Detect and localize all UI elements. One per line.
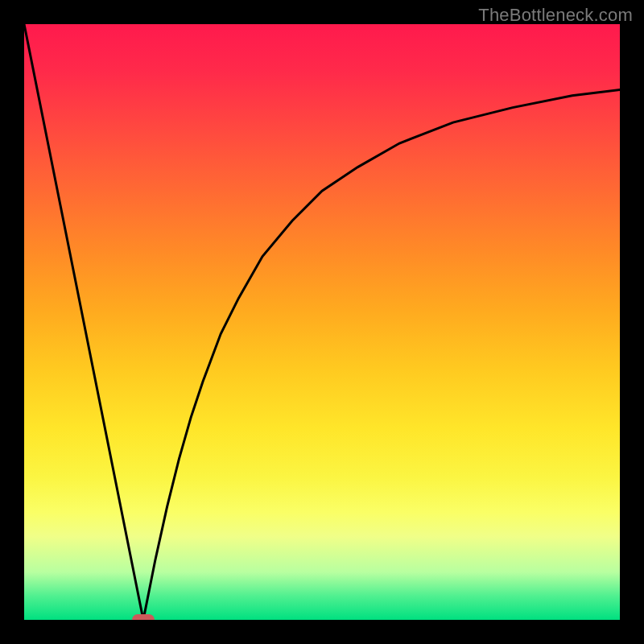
curve-left-leg <box>24 24 143 620</box>
plot-area <box>24 24 620 620</box>
optimal-marker <box>132 614 155 620</box>
curve-right-leg <box>143 89 620 620</box>
bottleneck-curve <box>24 24 620 620</box>
watermark-text: TheBottleneck.com <box>478 5 633 26</box>
